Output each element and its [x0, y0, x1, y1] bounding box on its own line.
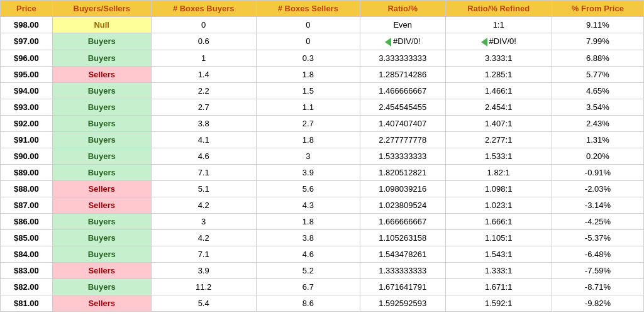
table-row: $93.00Buyers2.71.12.4545454552.454:13.54… — [1, 99, 644, 115]
boxes-sellers-cell: 1.8 — [256, 213, 360, 229]
ratio-cell: 1.105263158 — [360, 229, 445, 246]
ratio-cell: #DIV/0! — [360, 33, 445, 50]
ratio-cell: 1.592592593 — [360, 295, 445, 311]
boxes-buyers-cell: 3.9 — [151, 262, 256, 278]
col-header-ratio: Ratio/% — [360, 1, 445, 17]
boxes-sellers-cell: 4.3 — [256, 197, 360, 213]
ratio-refined-cell: 1.82:1 — [445, 164, 552, 180]
table-row: $83.00Sellers3.95.21.3333333331.333:1-7.… — [1, 262, 644, 278]
price-cell: $88.00 — [1, 180, 53, 197]
boxes-sellers-cell: 6.7 — [256, 278, 360, 295]
price-cell: $97.00 — [1, 33, 53, 50]
ratio-refined-cell: 1.333:1 — [445, 262, 552, 278]
buyers-sellers-cell: Buyers — [52, 229, 151, 246]
price-cell: $92.00 — [1, 115, 53, 131]
ratio-cell: 1.466666667 — [360, 82, 445, 99]
boxes-sellers-cell: 0.3 — [256, 50, 360, 66]
boxes-sellers-cell: 3 — [256, 148, 360, 164]
flag-icon — [385, 38, 391, 47]
ratio-cell: 1.543478261 — [360, 246, 445, 262]
boxes-buyers-cell: 5.1 — [151, 180, 256, 197]
boxes-sellers-cell: 0 — [256, 33, 360, 50]
from-price-cell: -4.25% — [552, 213, 643, 229]
table-row: $87.00Sellers4.24.31.0238095241.023:1-3.… — [1, 197, 644, 213]
buyers-sellers-cell: Buyers — [52, 148, 151, 164]
boxes-sellers-cell: 3.8 — [256, 229, 360, 246]
ratio-cell: 1.407407407 — [360, 115, 445, 131]
buyers-sellers-cell: Buyers — [52, 50, 151, 66]
boxes-buyers-cell: 2.7 — [151, 99, 256, 115]
ratio-cell: 1.671641791 — [360, 278, 445, 295]
buyers-sellers-cell: Buyers — [52, 115, 151, 131]
ratio-cell: 1.285714286 — [360, 66, 445, 82]
boxes-buyers-cell: 7.1 — [151, 164, 256, 180]
ratio-cell: Even — [360, 17, 445, 33]
buyers-sellers-cell: Buyers — [52, 213, 151, 229]
table-row: $92.00Buyers3.82.71.4074074071.407:12.43… — [1, 115, 644, 131]
boxes-sellers-cell: 0 — [256, 17, 360, 33]
table-row: $82.00Buyers11.26.71.6716417911.671:1-8.… — [1, 278, 644, 295]
table-row: $98.00Null00Even1:19.11% — [1, 17, 644, 33]
buyers-sellers-cell: Buyers — [52, 278, 151, 295]
table-row: $88.00Sellers5.15.61.0980392161.098:1-2.… — [1, 180, 644, 197]
boxes-buyers-cell: 0 — [151, 17, 256, 33]
price-cell: $84.00 — [1, 246, 53, 262]
ratio-cell: 2.454545455 — [360, 99, 445, 115]
ratio-cell: 2.277777778 — [360, 131, 445, 148]
price-cell: $86.00 — [1, 213, 53, 229]
from-price-cell: 9.11% — [552, 17, 643, 33]
ratio-refined-cell: 1.666:1 — [445, 213, 552, 229]
price-cell: $87.00 — [1, 197, 53, 213]
buyers-sellers-cell: Sellers — [52, 66, 151, 82]
ratio-cell: 1.023809524 — [360, 197, 445, 213]
buyers-sellers-cell: Buyers — [52, 164, 151, 180]
boxes-buyers-cell: 3 — [151, 213, 256, 229]
from-price-cell: 1.31% — [552, 131, 643, 148]
from-price-cell: -0.91% — [552, 164, 643, 180]
ratio-cell: 3.333333333 — [360, 50, 445, 66]
ratio-refined-cell: 1:1 — [445, 17, 552, 33]
buyers-sellers-cell: Null — [52, 17, 151, 33]
col-header-boxes_buyers: # Boxes Buyers — [151, 1, 256, 17]
table-row: $84.00Buyers7.14.61.5434782611.543:1-6.4… — [1, 246, 644, 262]
price-cell: $94.00 — [1, 82, 53, 99]
from-price-cell: -7.59% — [552, 262, 643, 278]
boxes-sellers-cell: 1.8 — [256, 131, 360, 148]
boxes-buyers-cell: 4.2 — [151, 197, 256, 213]
from-price-cell: -6.48% — [552, 246, 643, 262]
boxes-sellers-cell: 3.9 — [256, 164, 360, 180]
col-header-buyers_sellers: Buyers/Sellers — [52, 1, 151, 17]
price-cell: $83.00 — [1, 262, 53, 278]
table-row: $96.00Buyers10.33.3333333333.333:16.88% — [1, 50, 644, 66]
price-cell: $98.00 — [1, 17, 53, 33]
price-cell: $85.00 — [1, 229, 53, 246]
boxes-sellers-cell: 2.7 — [256, 115, 360, 131]
boxes-sellers-cell: 5.2 — [256, 262, 360, 278]
boxes-buyers-cell: 3.8 — [151, 115, 256, 131]
buyers-sellers-cell: Sellers — [52, 295, 151, 311]
boxes-buyers-cell: 4.1 — [151, 131, 256, 148]
boxes-sellers-cell: 4.6 — [256, 246, 360, 262]
boxes-buyers-cell: 11.2 — [151, 278, 256, 295]
ratio-refined-cell: 2.277:1 — [445, 131, 552, 148]
table-row: $90.00Buyers4.631.5333333331.533:10.20% — [1, 148, 644, 164]
from-price-cell: -3.14% — [552, 197, 643, 213]
boxes-buyers-cell: 5.4 — [151, 295, 256, 311]
from-price-cell: 6.88% — [552, 50, 643, 66]
ratio-refined-cell: 1.533:1 — [445, 148, 552, 164]
ratio-refined-cell: 1.466:1 — [445, 82, 552, 99]
boxes-buyers-cell: 4.6 — [151, 148, 256, 164]
col-header-from_price: % From Price — [552, 1, 643, 17]
ratio-cell: 1.820512821 — [360, 164, 445, 180]
ratio-refined-cell: 1.671:1 — [445, 278, 552, 295]
col-header-price: Price — [1, 1, 53, 17]
ratio-cell: 1.098039216 — [360, 180, 445, 197]
ratio-refined-cell: 1.543:1 — [445, 246, 552, 262]
col-header-boxes_sellers: # Boxes Sellers — [256, 1, 360, 17]
from-price-cell: 4.65% — [552, 82, 643, 99]
boxes-buyers-cell: 7.1 — [151, 246, 256, 262]
ratio-cell: 1.333333333 — [360, 262, 445, 278]
boxes-buyers-cell: 0.6 — [151, 33, 256, 50]
table-row: $94.00Buyers2.21.51.4666666671.466:14.65… — [1, 82, 644, 99]
from-price-cell: -8.71% — [552, 278, 643, 295]
